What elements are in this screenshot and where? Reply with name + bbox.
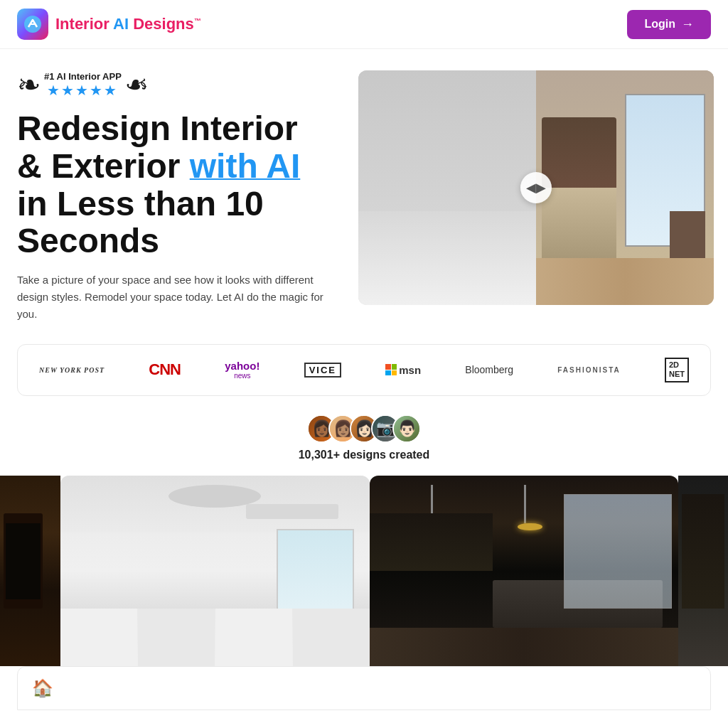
stars: ★★★★★ <box>44 82 122 99</box>
after-room-image <box>536 70 714 305</box>
media-logo-vice: VICE <box>304 363 341 378</box>
bottom-bar: 🏠 <box>17 666 711 710</box>
wall-before <box>358 70 536 258</box>
award-badge: ❧ #1 AI Interior APP ★★★★★ ❧ <box>17 70 344 99</box>
comparison-slider-button[interactable]: ◀▶ <box>520 172 552 203</box>
bed-mattress <box>542 188 616 258</box>
gallery-item-4 <box>678 476 728 666</box>
gallery-item-1 <box>0 476 60 666</box>
media-logo-zdnet: 2DNET <box>665 358 689 382</box>
before-after-comparison: BEFORE AFTER <box>358 70 714 305</box>
arrow-icon: → <box>681 17 694 32</box>
designs-count: 10,301+ designs created <box>299 449 430 461</box>
gallery-image-1 <box>0 476 60 666</box>
nightstand <box>670 211 705 258</box>
baseboard-before <box>358 258 536 265</box>
media-logo-fashionista: FASHIONISTA <box>557 366 620 374</box>
hero-description: Take a picture of your space and see how… <box>17 272 344 323</box>
laurel-right-icon: ❧ <box>124 70 149 99</box>
heading-line3: in Less than 10 <box>17 186 344 223</box>
avatars-row: 👩🏾 👩🏽 👩🏻 📷 👨🏻 <box>307 414 421 443</box>
gallery-item-3 <box>370 476 679 666</box>
heading-line1: Redesign Interior <box>17 110 344 148</box>
login-button[interactable]: Login → <box>627 10 711 39</box>
before-panel: BEFORE <box>358 70 536 305</box>
logo-area: Interior AI Designs™ <box>17 9 201 40</box>
gallery-item-2 <box>60 476 370 666</box>
gallery-image-3 <box>370 476 679 666</box>
laurel-left-icon: ❧ <box>17 70 41 99</box>
media-logos-bar: New York Post CNN yahoo!news VICE msn Bl… <box>17 344 711 395</box>
msn-grid-icon <box>385 364 397 375</box>
media-logo-bloomberg: Bloomberg <box>465 364 513 375</box>
heading-with-ai: with AI <box>190 147 301 185</box>
heading-line2: & Exterior with AI <box>17 148 344 186</box>
gallery-image-2 <box>60 476 370 666</box>
media-logo-yahoo: yahoo!news <box>225 360 259 380</box>
media-logo-cnn: CNN <box>149 360 181 379</box>
before-room-image <box>358 70 536 305</box>
social-proof-section: 👩🏾 👩🏽 👩🏻 📷 👨🏻 10,301+ designs created <box>0 403 728 476</box>
after-panel: AFTER <box>536 70 714 305</box>
gallery-image-4 <box>678 476 728 666</box>
floor-before <box>358 263 536 305</box>
media-logo-nyt: New York Post <box>39 366 105 374</box>
logo-icon <box>17 9 48 40</box>
logo-text: Interior AI Designs™ <box>55 15 201 33</box>
home-icon: 🏠 <box>32 678 53 698</box>
media-logo-msn: msn <box>385 364 421 376</box>
hero-heading: Redesign Interior & Exterior with AI in … <box>17 110 344 260</box>
heading-line4: Seconds <box>17 223 344 260</box>
award-title: #1 AI Interior APP <box>44 71 122 82</box>
floor-after <box>536 258 714 305</box>
avatar-5: 👨🏻 <box>392 414 421 443</box>
image-gallery <box>0 476 728 666</box>
